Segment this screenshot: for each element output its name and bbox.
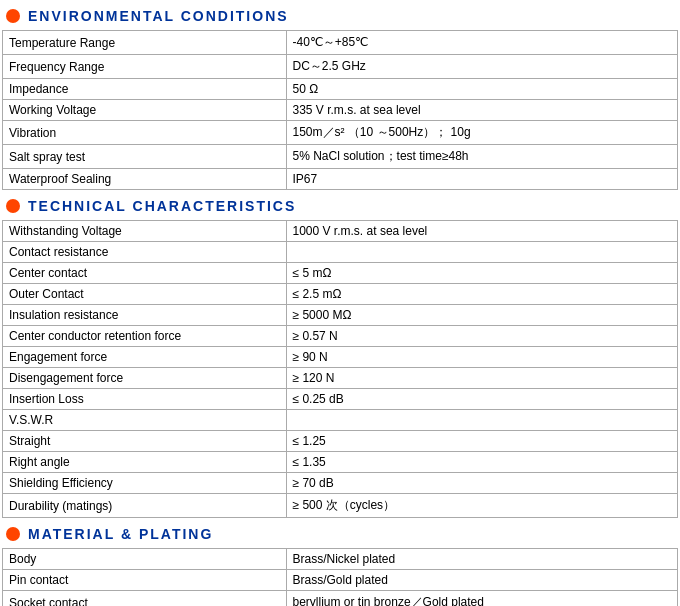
section-title: ENVIRONMENTAL CONDITIONS — [28, 8, 289, 24]
table-cell-value: Brass/Gold plated — [286, 570, 678, 591]
table-cell-label: Frequency Range — [3, 55, 287, 79]
table-row: BodyBrass/Nickel plated — [3, 549, 678, 570]
section-header-material: MATERIAL & PLATING — [2, 520, 678, 548]
table-row: Insertion Loss≤ 0.25 dB — [3, 389, 678, 410]
table-cell-value: ≤ 1.35 — [286, 452, 678, 473]
section-bullet — [6, 527, 20, 541]
table-row: Straight≤ 1.25 — [3, 431, 678, 452]
table-cell-value: ≤ 5 mΩ — [286, 263, 678, 284]
table-row: Impedance50 Ω — [3, 79, 678, 100]
table-material: BodyBrass/Nickel platedPin contactBrass/… — [2, 548, 678, 606]
table-row: Withstanding Voltage1000 V r.m.s. at sea… — [3, 221, 678, 242]
table-cell-label: Withstanding Voltage — [3, 221, 287, 242]
section-bullet — [6, 9, 20, 23]
table-technical: Withstanding Voltage1000 V r.m.s. at sea… — [2, 220, 678, 518]
table-environmental: Temperature Range-40℃～+85℃Frequency Rang… — [2, 30, 678, 190]
table-cell-label: Vibration — [3, 121, 287, 145]
table-cell-value: ≥ 5000 MΩ — [286, 305, 678, 326]
table-cell-value: IP67 — [286, 169, 678, 190]
table-cell-label: Temperature Range — [3, 31, 287, 55]
table-cell-value: ≥ 500 次（cycles） — [286, 494, 678, 518]
table-cell-label: Waterproof Sealing — [3, 169, 287, 190]
table-cell-label: Disengagement force — [3, 368, 287, 389]
table-row: Socket contactberyllium or tin bronze／Go… — [3, 591, 678, 607]
table-cell-value: ≥ 70 dB — [286, 473, 678, 494]
page-wrapper: ENVIRONMENTAL CONDITIONSTemperature Rang… — [0, 0, 680, 606]
table-cell-value: ≤ 2.5 mΩ — [286, 284, 678, 305]
table-cell-label: Center contact — [3, 263, 287, 284]
section-header-technical: TECHNICAL CHARACTERISTICS — [2, 192, 678, 220]
table-row: Center conductor retention force≥ 0.57 N — [3, 326, 678, 347]
table-cell-label: Socket contact — [3, 591, 287, 607]
table-cell-value: ≥ 90 N — [286, 347, 678, 368]
table-cell-label: Impedance — [3, 79, 287, 100]
table-row: Pin contactBrass/Gold plated — [3, 570, 678, 591]
table-cell-label: Durability (matings) — [3, 494, 287, 518]
table-row: Salt spray test5% NaCl solution；test tim… — [3, 145, 678, 169]
table-cell-value: -40℃～+85℃ — [286, 31, 678, 55]
table-cell-value: 5% NaCl solution；test time≥48h — [286, 145, 678, 169]
table-cell-value: 335 V r.m.s. at sea level — [286, 100, 678, 121]
table-cell-value — [286, 242, 678, 263]
table-cell-label: Straight — [3, 431, 287, 452]
table-row: Temperature Range-40℃～+85℃ — [3, 31, 678, 55]
table-row: Right angle≤ 1.35 — [3, 452, 678, 473]
section-header-environmental: ENVIRONMENTAL CONDITIONS — [2, 2, 678, 30]
table-cell-value — [286, 410, 678, 431]
table-cell-value: Brass/Nickel plated — [286, 549, 678, 570]
table-row: Engagement force≥ 90 N — [3, 347, 678, 368]
table-row: Durability (matings)≥ 500 次（cycles） — [3, 494, 678, 518]
table-cell-label: Engagement force — [3, 347, 287, 368]
table-cell-label: Body — [3, 549, 287, 570]
section-bullet — [6, 199, 20, 213]
table-cell-label: Working Voltage — [3, 100, 287, 121]
table-cell-label: Salt spray test — [3, 145, 287, 169]
table-cell-label: Outer Contact — [3, 284, 287, 305]
table-cell-value: DC～2.5 GHz — [286, 55, 678, 79]
table-cell-label: Contact resistance — [3, 242, 287, 263]
table-row: Working Voltage335 V r.m.s. at sea level — [3, 100, 678, 121]
table-cell-label: Right angle — [3, 452, 287, 473]
table-cell-value: beryllium or tin bronze／Gold plated — [286, 591, 678, 607]
table-row: Center contact≤ 5 mΩ — [3, 263, 678, 284]
table-row: Contact resistance — [3, 242, 678, 263]
table-cell-label: Center conductor retention force — [3, 326, 287, 347]
table-row: Vibration150m／s² （10 ～500Hz）； 10g — [3, 121, 678, 145]
table-cell-label: V.S.W.R — [3, 410, 287, 431]
table-cell-value: 50 Ω — [286, 79, 678, 100]
table-row: Frequency RangeDC～2.5 GHz — [3, 55, 678, 79]
table-cell-value: 1000 V r.m.s. at sea level — [286, 221, 678, 242]
table-row: Shielding Efficiency≥ 70 dB — [3, 473, 678, 494]
table-cell-label: Insertion Loss — [3, 389, 287, 410]
table-cell-label: Insulation resistance — [3, 305, 287, 326]
table-cell-value: ≤ 1.25 — [286, 431, 678, 452]
table-row: V.S.W.R — [3, 410, 678, 431]
table-row: Insulation resistance≥ 5000 MΩ — [3, 305, 678, 326]
table-row: Outer Contact≤ 2.5 mΩ — [3, 284, 678, 305]
table-cell-value: ≥ 120 N — [286, 368, 678, 389]
table-row: Disengagement force≥ 120 N — [3, 368, 678, 389]
table-cell-label: Pin contact — [3, 570, 287, 591]
table-cell-value: 150m／s² （10 ～500Hz）； 10g — [286, 121, 678, 145]
section-title: MATERIAL & PLATING — [28, 526, 213, 542]
table-row: Waterproof SealingIP67 — [3, 169, 678, 190]
table-cell-label: Shielding Efficiency — [3, 473, 287, 494]
table-cell-value: ≥ 0.57 N — [286, 326, 678, 347]
table-cell-value: ≤ 0.25 dB — [286, 389, 678, 410]
section-title: TECHNICAL CHARACTERISTICS — [28, 198, 296, 214]
